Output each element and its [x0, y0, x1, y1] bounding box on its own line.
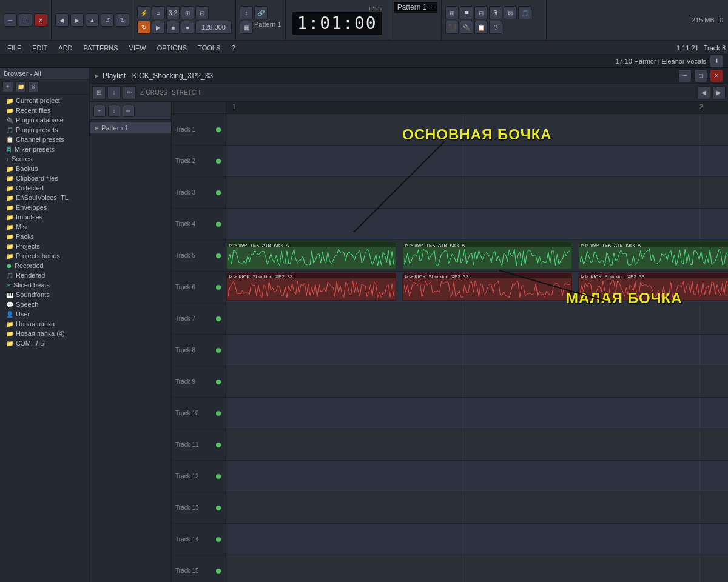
browser-item-2[interactable]: 🔌Plugin database [0, 115, 89, 125]
menu-file[interactable]: FILE [2, 43, 26, 53]
view-btn-8[interactable]: 🔌 [460, 21, 473, 34]
pl-scroll-left[interactable]: ◀ [697, 86, 710, 99]
browser-item-15[interactable]: 📁Projects [0, 241, 89, 251]
playlist-maximize[interactable]: □ [694, 69, 707, 82]
view-btn-9[interactable]: 📋 [474, 21, 488, 34]
pattern-display[interactable]: Pattern 1 + [393, 1, 438, 13]
view-btn-1[interactable]: ⊞ [445, 6, 459, 19]
track-content-12[interactable] [226, 461, 728, 492]
menu-tools[interactable]: TOOLS [193, 43, 225, 53]
menu-help[interactable]: ? [226, 43, 240, 53]
close-button[interactable]: ✕ [34, 13, 47, 27]
track-content-5[interactable]: ⊳⊳ 99P_TEK_ATB_Kick_A⊳⊳ 99P_TEK_ATB_Kick… [226, 240, 728, 271]
tempo-display[interactable]: 128.000 [195, 21, 232, 34]
view-btn-7[interactable]: ⬛ [445, 21, 459, 34]
menu-edit[interactable]: EDIT [27, 43, 52, 53]
harmor-download[interactable]: ⬇ [710, 55, 723, 68]
clip-6-1[interactable]: ⊳⊳ KICK_Shocking_XP2_33 [402, 273, 572, 301]
browser-item-8[interactable]: 📁Clipboard files [0, 173, 89, 183]
track-content-11[interactable] [226, 429, 728, 460]
nav-undo[interactable]: ↺ [101, 13, 114, 27]
menu-view[interactable]: VIEW [124, 43, 151, 53]
browser-item-5[interactable]: 🎛Mixer presets [0, 144, 89, 154]
nav-forward[interactable]: ▶ [70, 13, 84, 27]
browser-item-9[interactable]: 📁Collected [0, 183, 89, 193]
track-content-1[interactable] [226, 114, 728, 145]
browser-item-19[interactable]: ✂Sliced beats [0, 280, 89, 290]
playlist-close[interactable]: ✕ [710, 69, 723, 82]
tool-btn-2[interactable]: ≡ [152, 6, 165, 19]
clip-5-1[interactable]: ⊳⊳ 99P_TEK_ATB_Kick_A [402, 241, 572, 269]
browser-item-17[interactable]: ⏺Recorded [0, 261, 89, 270]
track-content-10[interactable] [226, 398, 728, 429]
browser-item-22[interactable]: 👤User [0, 309, 89, 319]
view-btn-5[interactable]: ⊠ [504, 6, 517, 19]
pl-btn-2[interactable]: ↕ [107, 86, 121, 99]
track-content-15[interactable] [226, 555, 728, 582]
tool-btn-loop[interactable]: ↻ [137, 21, 150, 34]
browser-item-3[interactable]: 🎵Plugin presets [0, 125, 89, 135]
track-content-3[interactable] [226, 177, 728, 208]
browser-item-20[interactable]: 🎹Soundfonts [0, 290, 89, 299]
track-content-8[interactable] [226, 335, 728, 366]
tool-btn-stop[interactable]: ■ [166, 21, 180, 34]
clip-6-2[interactable]: ⊳⊳ KICK_Shocking_XP2_33 [578, 273, 728, 301]
browser-item-16[interactable]: 📁Projects bones [0, 251, 89, 261]
track-content-13[interactable] [226, 492, 728, 523]
browser-item-1[interactable]: 📁Recent files [0, 105, 89, 115]
view-btn-3[interactable]: ⊟ [474, 6, 488, 19]
pattern-plus[interactable]: + [429, 3, 433, 12]
pl-header-btn-2[interactable]: ↕ [108, 105, 120, 117]
browser-add[interactable]: + [2, 81, 13, 92]
tool-btn-5[interactable]: ⊟ [195, 6, 209, 19]
playlist-minimize[interactable]: ─ [678, 69, 692, 82]
pl-scroll-right[interactable]: ▶ [712, 86, 726, 99]
view-btn-4[interactable]: 🎚 [489, 6, 502, 19]
browser-item-0[interactable]: 📁Current project [0, 96, 89, 105]
clip-5-0[interactable]: ⊳⊳ 99P_TEK_ATB_Kick_A [226, 241, 396, 269]
browser-folder[interactable]: 📁 [15, 81, 26, 92]
pl-header-btn-1[interactable]: + [93, 105, 106, 117]
menu-patterns[interactable]: PATTERNS [79, 43, 123, 53]
tool-btn-play[interactable]: ▶ [152, 21, 165, 34]
link-btn-1[interactable]: ↕ [240, 6, 253, 19]
pl-btn-3[interactable]: ✏ [123, 86, 136, 99]
track-content-6[interactable]: ⊳⊳ KICK_Shocking_XP2_33⊳⊳ KICK_Shocking_… [226, 272, 728, 303]
browser-item-23[interactable]: 📁Новая папка [0, 319, 89, 329]
menu-options[interactable]: OPTIONS [152, 43, 192, 53]
browser-item-6[interactable]: ♪Scores [0, 154, 89, 164]
browser-item-14[interactable]: 📁Packs [0, 232, 89, 241]
track-content-9[interactable] [226, 366, 728, 397]
nav-redo[interactable]: ↻ [116, 13, 129, 27]
track-content-2[interactable] [226, 146, 728, 176]
browser-item-4[interactable]: 📋Channel presets [0, 135, 89, 144]
minimize-button[interactable]: ─ [4, 13, 17, 27]
pl-header-btn-3[interactable]: ✏ [123, 105, 135, 117]
browser-item-13[interactable]: 📁Misc [0, 222, 89, 232]
tool-btn-rec[interactable]: ● [181, 21, 194, 34]
restore-button[interactable]: □ [19, 13, 32, 27]
track-content-7[interactable] [226, 303, 728, 334]
pl-btn-1[interactable]: ⊞ [92, 86, 106, 99]
tracks-container[interactable]: Track 1Track 2Track 3Track 4Track 5⊳⊳ 99… [172, 114, 728, 582]
cell-btn[interactable]: ▦ [240, 21, 253, 34]
menu-add[interactable]: ADD [53, 43, 77, 53]
clip-6-0[interactable]: ⊳⊳ KICK_Shocking_XP2_33 [226, 273, 396, 301]
tool-btn-3[interactable]: 3:2 [166, 6, 180, 19]
browser-item-24[interactable]: 📁Новая папка (4) [0, 329, 89, 338]
browser-settings[interactable]: ⚙ [28, 81, 39, 92]
track-content-14[interactable] [226, 524, 728, 555]
browser-item-25[interactable]: 📁СЭМПЛЫ [0, 338, 89, 348]
clip-5-2[interactable]: ⊳⊳ 99P_TEK_ATB_Kick_A [578, 241, 728, 269]
browser-item-12[interactable]: 📁Impulses [0, 212, 89, 222]
browser-item-18[interactable]: 🎵Rendered [0, 270, 89, 280]
nav-up[interactable]: ▲ [86, 13, 99, 27]
view-btn-2[interactable]: ≣ [460, 6, 473, 19]
view-btn-10[interactable]: ? [489, 21, 502, 34]
pattern-item-1[interactable]: ▶ Pattern 1 [90, 122, 171, 133]
tool-btn-4[interactable]: ⊞ [181, 6, 194, 19]
browser-item-11[interactable]: 📁Envelopes [0, 202, 89, 212]
nav-back[interactable]: ◀ [55, 13, 69, 27]
browser-item-21[interactable]: 💬Speech [0, 299, 89, 309]
tool-btn-1[interactable]: ⚡ [137, 6, 150, 19]
